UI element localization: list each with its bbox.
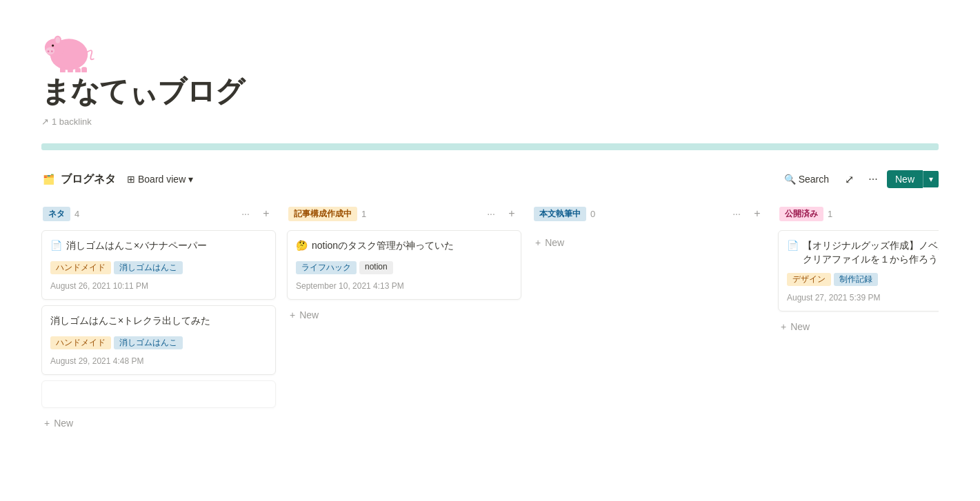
column-more-article[interactable]: ···: [483, 205, 499, 222]
tag-handmade-1: ハンドメイド: [50, 261, 111, 274]
card-title-2: 消しゴムはんこ×トレクラ出してみた: [50, 314, 248, 328]
tag-design-1: デザイン: [787, 273, 831, 286]
new-card-label-published: New: [790, 321, 810, 332]
search-button[interactable]: 🔍 Search: [777, 171, 836, 187]
svg-point-2: [46, 48, 54, 54]
board-view-icon: ⊞: [127, 174, 135, 185]
card-title-row-published-1: 📄 【オリジナルグッズ作成】ノベルティのクリアファイルを１から作ろう ···: [787, 239, 939, 266]
card-tags-article-1: ライフハック notion: [296, 261, 512, 274]
card-date-1: August 26, 2021 10:11 PM: [50, 281, 267, 291]
new-card-published[interactable]: + New: [778, 317, 939, 336]
card-icon-published-1: 📄: [787, 240, 799, 251]
column-writing: 本文執筆中 0 ··· + + New: [532, 203, 767, 255]
tag-eraser-1: 消しゴムはんこ: [114, 261, 183, 274]
column-tag-neta: ネタ: [43, 207, 70, 221]
new-button[interactable]: New: [887, 170, 923, 188]
card-date-2: August 29, 2021 4:48 PM: [50, 356, 267, 366]
plus-icon-writing: +: [535, 237, 541, 248]
new-card-label-article: New: [299, 309, 319, 320]
card-article-1[interactable]: 🤔 notionのタスク管理が神っていた ··· ライフハック notion S…: [287, 230, 521, 300]
svg-rect-11: [81, 67, 87, 72]
expand-icon: ⤢: [845, 173, 854, 186]
column-add-article[interactable]: +: [503, 205, 520, 222]
database-title: ブログネタ: [61, 172, 116, 187]
new-card-writing[interactable]: + New: [532, 230, 767, 255]
column-tag-published: 公開済み: [779, 207, 823, 221]
tag-production-1: 制作記録: [834, 273, 878, 286]
backlink-icon: ↗: [41, 116, 49, 127]
column-more-neta[interactable]: ···: [237, 205, 254, 222]
card-title-published-1: 【オリジナルグッズ作成】ノベルティのクリアファイルを１から作ろう: [803, 239, 939, 266]
progress-bar: [41, 143, 939, 150]
card-title-row-article-1: 🤔 notionのタスク管理が神っていた ···: [296, 239, 512, 254]
backlink[interactable]: ↗ 1 backlink: [41, 116, 939, 127]
toolbar-left: 🗂️ ブログネタ ⊞ Board view ▾: [41, 172, 770, 187]
column-count-writing: 0: [590, 209, 595, 219]
column-count-published: 1: [828, 209, 832, 219]
plus-icon-article: +: [290, 309, 295, 320]
column-tag-writing: 本文執筆中: [534, 207, 586, 221]
new-card-article[interactable]: + New: [287, 305, 521, 325]
more-options-button[interactable]: ···: [863, 170, 883, 189]
page-title: まなてぃブログ: [41, 72, 939, 111]
column-header-published: 公開済み 1 ··· +: [778, 203, 939, 225]
toolbar-right: 🔍 Search ⤢ ··· New ▾: [777, 170, 939, 189]
column-count-neta: 4: [74, 209, 79, 219]
card-tags-1: ハンドメイド 消しゴムはんこ: [50, 261, 267, 274]
backlink-text: 1 backlink: [52, 116, 92, 127]
tag-handmade-2: ハンドメイド: [50, 336, 111, 349]
expand-button[interactable]: ⤢: [840, 170, 859, 189]
column-header-writing: 本文執筆中 0 ··· +: [532, 203, 767, 225]
board: ネタ 4 ··· + 📄 消しゴムはんこ×バナナペーパー ··· ハンドメイド …: [41, 203, 939, 447]
card-3-partial[interactable]: [41, 380, 276, 408]
search-icon: 🔍: [784, 174, 796, 185]
database-icon: 🗂️: [41, 172, 55, 186]
tag-notion-1: notion: [359, 261, 393, 274]
new-card-neta[interactable]: + New: [41, 413, 276, 433]
chevron-down-icon: ▾: [188, 174, 193, 185]
card-date-article-1: September 10, 2021 4:13 PM: [296, 281, 512, 291]
column-neta: ネタ 4 ··· + 📄 消しゴムはんこ×バナナペーパー ··· ハンドメイド …: [41, 203, 276, 433]
new-card-label-writing: New: [545, 237, 564, 248]
card-date-published-1: August 27, 2021 5:39 PM: [787, 293, 939, 303]
card-title-row-2: 消しゴムはんこ×トレクラ出してみた ···: [50, 314, 267, 329]
svg-point-3: [48, 50, 50, 52]
view-selector[interactable]: ⊞ Board view ▾: [121, 172, 199, 187]
svg-rect-8: [60, 67, 66, 72]
column-article: 記事構成作成中 1 ··· + 🤔 notionのタスク管理が神っていた ···…: [287, 203, 521, 325]
card-title-row-1: 📄 消しゴムはんこ×バナナペーパー ···: [50, 239, 267, 254]
logo: [41, 28, 97, 72]
plus-icon-published: +: [781, 321, 786, 332]
column-tag-article: 記事構成作成中: [288, 207, 357, 221]
card-2[interactable]: 消しゴムはんこ×トレクラ出してみた ··· ハンドメイド 消しゴムはんこ Aug…: [41, 305, 276, 375]
card-tags-published-1: デザイン 制作記録: [787, 273, 939, 286]
card-1[interactable]: 📄 消しゴムはんこ×バナナペーパー ··· ハンドメイド 消しゴムはんこ Aug…: [41, 230, 276, 300]
card-icon-article-1: 🤔: [296, 240, 308, 251]
svg-point-7: [56, 37, 61, 43]
more-icon: ···: [868, 173, 877, 185]
column-add-writing[interactable]: +: [749, 205, 766, 222]
column-header-article: 記事構成作成中 1 ··· +: [287, 203, 521, 225]
column-more-writing[interactable]: ···: [728, 205, 745, 222]
search-label: Search: [799, 174, 829, 185]
view-label: Board view: [138, 174, 186, 185]
new-card-label-neta: New: [54, 418, 73, 429]
column-add-neta[interactable]: +: [258, 205, 274, 222]
card-title-1: 消しゴムはんこ×バナナペーパー: [66, 239, 248, 253]
plus-icon-neta: +: [44, 418, 50, 429]
new-button-group: New ▾: [887, 170, 939, 188]
card-icon-1: 📄: [50, 240, 62, 251]
tag-eraser-2: 消しゴムはんこ: [114, 336, 183, 349]
column-count-article: 1: [361, 209, 366, 219]
column-header-neta: ネタ 4 ··· +: [41, 203, 276, 225]
svg-point-4: [51, 50, 53, 52]
card-published-1[interactable]: 📄 【オリジナルグッズ作成】ノベルティのクリアファイルを１から作ろう ··· デ…: [778, 230, 939, 311]
column-published: 公開済み 1 ··· + 📄 【オリジナルグッズ作成】ノベルティのクリアファイル…: [778, 203, 939, 336]
new-button-dropdown[interactable]: ▾: [923, 171, 939, 187]
toolbar: 🗂️ ブログネタ ⊞ Board view ▾ 🔍 Search ⤢ ··· N…: [41, 164, 939, 194]
arrow-down-icon: ▾: [929, 174, 933, 184]
card-tags-2: ハンドメイド 消しゴムはんこ: [50, 336, 267, 349]
tag-lifehack-1: ライフハック: [296, 261, 357, 274]
card-title-article-1: notionのタスク管理が神っていた: [312, 239, 493, 253]
svg-point-5: [52, 44, 54, 46]
